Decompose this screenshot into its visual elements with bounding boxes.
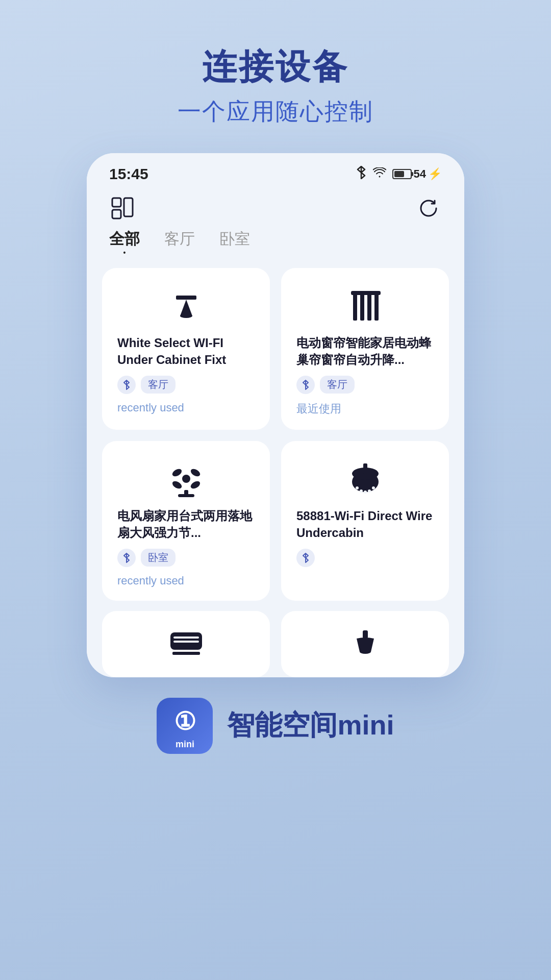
svg-rect-6 <box>353 293 357 321</box>
device-card-4[interactable]: 58881-Wi-Fi Direct Wire Undercabin <box>281 441 449 601</box>
device-name-4: 58881-Wi-Fi Direct Wire Undercabin <box>296 507 434 542</box>
device-card-3[interactable]: 电风扇家用台式两用落地扇大风强力节... 卧室 recently used <box>102 441 270 601</box>
battery-percent: 54 <box>414 167 426 181</box>
tab-all[interactable]: 全部 <box>109 229 140 253</box>
page-subtitle: 一个应用随心控制 <box>178 96 373 128</box>
app-name: 智能空间mini <box>227 707 394 744</box>
room-tag-2: 客厅 <box>320 376 355 394</box>
svg-rect-3 <box>176 296 196 300</box>
svg-point-12 <box>171 468 183 478</box>
device-icon-3 <box>117 459 255 500</box>
device-tags-1: 客厅 <box>117 376 255 394</box>
svg-rect-10 <box>351 291 381 295</box>
svg-rect-27 <box>172 652 200 655</box>
svg-rect-1 <box>112 210 121 218</box>
svg-point-24 <box>368 489 371 493</box>
phone-frame: 15:45 54 ⚡ <box>87 153 464 677</box>
app-logo: ① mini <box>157 698 213 754</box>
battery-indicator: 54 ⚡ <box>392 167 442 181</box>
svg-rect-9 <box>374 293 379 321</box>
svg-point-25 <box>372 486 375 489</box>
battery-fill <box>394 171 405 177</box>
bluetooth-tag-2 <box>296 376 315 394</box>
app-logo-text: mini <box>176 739 194 750</box>
tabs-bar: 全部 客厅 卧室 <box>87 227 464 263</box>
svg-rect-17 <box>178 494 194 497</box>
recently-used-3: recently used <box>117 574 255 587</box>
bluetooth-status-icon <box>356 166 367 182</box>
svg-rect-7 <box>360 293 364 321</box>
svg-rect-0 <box>112 198 121 207</box>
device-icon-2 <box>296 286 434 327</box>
device-tags-4 <box>296 549 434 567</box>
page-title: 连接设备 <box>178 46 373 88</box>
svg-rect-20 <box>363 463 367 474</box>
svg-rect-28 <box>173 636 199 639</box>
svg-rect-2 <box>124 198 133 216</box>
status-icons: 54 ⚡ <box>356 166 442 182</box>
tab-bedroom[interactable]: 卧室 <box>219 229 250 253</box>
device-card-1[interactable]: White Select WI-FI Under Cabinet Fixt 客厅… <box>102 268 270 430</box>
devices-grid: White Select WI-FI Under Cabinet Fixt 客厅… <box>87 263 464 611</box>
bottom-section: ① mini 智能空间mini <box>157 698 394 754</box>
svg-point-21 <box>356 486 359 489</box>
svg-point-23 <box>364 491 367 494</box>
svg-rect-29 <box>173 641 199 643</box>
tab-living-room[interactable]: 客厅 <box>164 229 195 253</box>
refresh-icon[interactable] <box>415 195 442 222</box>
device-name-3: 电风扇家用台式两用落地扇大风强力节... <box>117 507 255 542</box>
layout-icon[interactable] <box>109 195 136 222</box>
svg-point-22 <box>360 489 363 493</box>
device-card-2[interactable]: 电动窗帘智能家居电动蜂巢帘窗帘自动升降... 客厅 最近使用 <box>281 268 449 430</box>
recently-used-2: 最近使用 <box>296 401 434 416</box>
status-time: 15:45 <box>109 165 148 183</box>
partial-cards <box>87 611 464 677</box>
device-tags-3: 卧室 <box>117 549 255 567</box>
svg-rect-8 <box>367 293 371 321</box>
device-icon-4 <box>296 459 434 500</box>
partial-card-1 <box>102 611 270 677</box>
room-tag-1: 客厅 <box>141 376 176 394</box>
partial-card-2 <box>281 611 449 677</box>
device-name-1: White Select WI-FI Under Cabinet Fixt <box>117 334 255 369</box>
app-header <box>87 190 464 227</box>
page-header: 连接设备 一个应用随心控制 <box>178 46 373 128</box>
device-tags-2: 客厅 <box>296 376 434 394</box>
bluetooth-tag-3 <box>117 549 136 567</box>
bluetooth-tag-4 <box>296 549 315 567</box>
status-bar: 15:45 54 ⚡ <box>87 153 464 190</box>
charging-icon: ⚡ <box>428 167 442 181</box>
wifi-status-icon <box>373 167 386 181</box>
svg-point-14 <box>171 480 183 490</box>
recently-used-1: recently used <box>117 401 255 414</box>
svg-point-11 <box>182 475 190 483</box>
bluetooth-tag-1 <box>117 376 136 394</box>
room-tag-3: 卧室 <box>141 549 176 567</box>
svg-point-15 <box>189 480 201 490</box>
battery-box <box>392 169 412 179</box>
svg-rect-30 <box>363 630 368 639</box>
device-icon-1 <box>117 286 255 327</box>
device-name-2: 电动窗帘智能家居电动蜂巢帘窗帘自动升降... <box>296 334 434 369</box>
svg-point-5 <box>180 314 192 318</box>
svg-point-13 <box>189 468 201 478</box>
svg-point-31 <box>360 650 371 654</box>
svg-marker-4 <box>180 300 192 316</box>
